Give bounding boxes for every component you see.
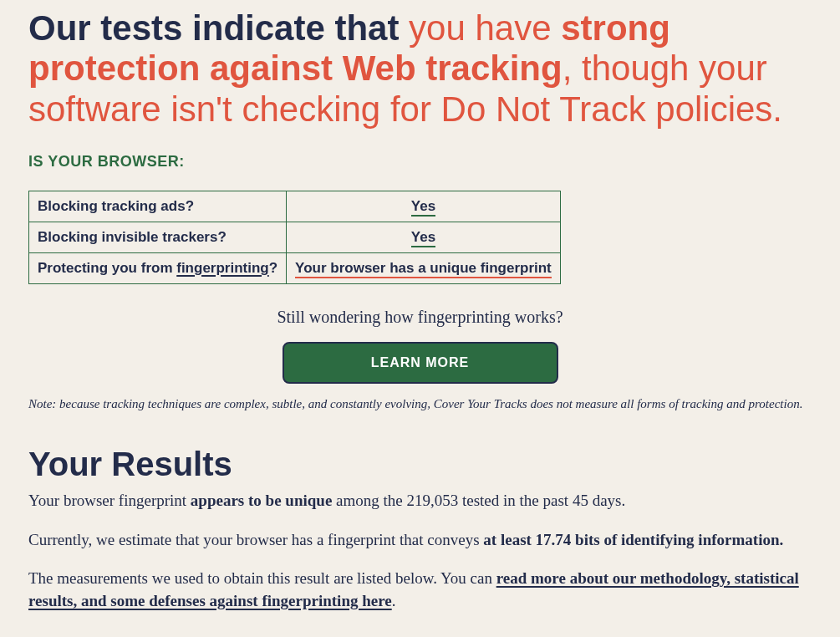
results-p3: The measurements we used to obtain this … xyxy=(28,568,812,612)
answer-invisible-trackers: Yes xyxy=(287,222,561,252)
wondering-text: Still wondering how fingerprinting works… xyxy=(28,308,812,327)
answer-tracking-ads: Yes xyxy=(287,191,561,222)
results-p1: Your browser fingerprint appears to be u… xyxy=(28,490,812,512)
learn-more-button[interactable]: LEARN MORE xyxy=(283,342,558,384)
headline-prefix: Our tests indicate that xyxy=(28,8,409,48)
headline: Our tests indicate that you have strong … xyxy=(28,0,812,130)
your-results-title: Your Results xyxy=(28,446,812,483)
table-row: Blocking tracking ads? Yes xyxy=(29,191,561,222)
disclaimer-note: Note: because tracking techniques are co… xyxy=(28,395,812,412)
question-invisible-trackers: Blocking invisible trackers? xyxy=(29,222,287,252)
table-row: Blocking invisible trackers? Yes xyxy=(29,222,561,252)
headline-red1: you have xyxy=(409,8,561,48)
table-row: Protecting you from fingerprinting? Your… xyxy=(29,252,561,283)
results-table: Blocking tracking ads? Yes Blocking invi… xyxy=(28,191,561,284)
fingerprinting-link[interactable]: fingerprinting xyxy=(176,260,268,276)
results-p2: Currently, we estimate that your browser… xyxy=(28,529,812,552)
subhead-is-your-browser: IS YOUR BROWSER: xyxy=(28,153,812,171)
question-tracking-ads: Blocking tracking ads? xyxy=(29,191,287,222)
answer-fingerprinting[interactable]: Your browser has a unique fingerprint xyxy=(287,252,561,283)
question-fingerprinting: Protecting you from fingerprinting? xyxy=(29,252,287,283)
